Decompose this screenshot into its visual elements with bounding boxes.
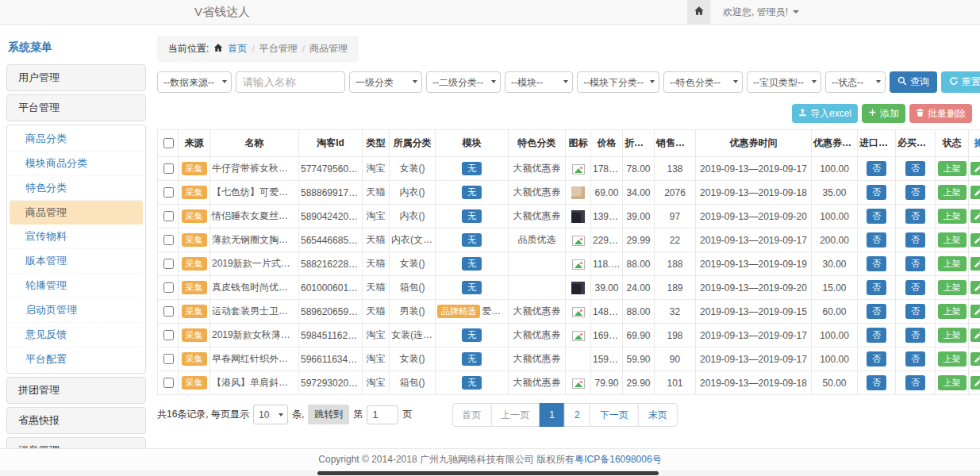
row-checkbox[interactable]: [163, 354, 174, 364]
page-button[interactable]: 下一页: [590, 403, 639, 427]
row-actions: [969, 347, 980, 371]
broken-image-icon: [572, 331, 585, 341]
pagination-bar: 共16条记录, 每页显示 10 条, 跳转到 第 页 首页上一页12下一页末页: [157, 403, 972, 428]
filter-select[interactable]: --宝贝类型--: [747, 71, 821, 93]
page-button[interactable]: 末页: [638, 403, 678, 427]
page-button[interactable]: 2: [564, 403, 590, 427]
edit-button[interactable]: [970, 328, 980, 342]
row-checkbox[interactable]: [163, 282, 174, 293]
filter-select[interactable]: --二级分类--: [426, 71, 501, 93]
filter-select[interactable]: --数据来源--: [157, 71, 232, 93]
must-buy-button[interactable]: 否: [905, 375, 925, 390]
sidebar-sublink[interactable]: 模块商品分类: [10, 152, 143, 176]
import-optional-button[interactable]: 否: [867, 209, 886, 224]
sidebar-sublink[interactable]: 商品分类: [10, 127, 143, 152]
sidebar-sublink[interactable]: 轮播管理: [10, 274, 143, 298]
batch-delete-button[interactable]: 批量删除: [909, 104, 972, 123]
must-buy-button[interactable]: 否: [905, 185, 925, 200]
row-checkbox[interactable]: [163, 306, 174, 317]
add-button[interactable]: 添加: [862, 104, 905, 123]
import-optional-button[interactable]: 否: [867, 280, 886, 295]
sidebar-panel[interactable]: 平台管理: [6, 94, 146, 121]
import-optional-button[interactable]: 否: [867, 232, 886, 248]
must-buy-button[interactable]: 否: [905, 209, 925, 224]
import-excel-button[interactable]: 导入excel: [792, 104, 858, 123]
must-buy-button[interactable]: 否: [905, 351, 925, 367]
row-checkbox[interactable]: [163, 378, 174, 388]
edit-button[interactable]: [970, 257, 980, 271]
import-optional-button[interactable]: 否: [867, 304, 886, 319]
page-button[interactable]: 1: [539, 403, 565, 427]
must-buy-button[interactable]: 否: [905, 280, 925, 295]
row-checkbox[interactable]: [163, 259, 174, 269]
sidebar-sublink[interactable]: 商品管理: [10, 201, 143, 225]
status-button[interactable]: 上架: [938, 375, 967, 390]
select-all-checkbox[interactable]: [163, 138, 174, 148]
row-checkbox[interactable]: [163, 187, 174, 198]
status-button[interactable]: 上架: [938, 328, 967, 343]
edit-button[interactable]: [970, 305, 980, 318]
must-buy-button[interactable]: 否: [905, 304, 925, 319]
must-buy-button[interactable]: 否: [905, 256, 925, 271]
must-buy-button[interactable]: 否: [905, 161, 925, 176]
edit-button[interactable]: [970, 352, 980, 366]
row-checkbox[interactable]: [163, 163, 174, 174]
sidebar-sublink[interactable]: 意见反馈: [10, 323, 143, 347]
status-button[interactable]: 上架: [938, 280, 967, 295]
horizontal-scrollbar-thumb[interactable]: [317, 471, 659, 475]
sidebar-panel[interactable]: 拼团管理: [6, 377, 146, 404]
row-checkbox[interactable]: [163, 235, 174, 245]
status-button[interactable]: 上架: [938, 304, 967, 319]
must-buy-button[interactable]: 否: [905, 328, 925, 343]
page-button[interactable]: 上一页: [490, 403, 540, 427]
edit-button[interactable]: [970, 162, 980, 175]
edit-button[interactable]: [970, 209, 980, 223]
user-menu[interactable]: 欢迎您, 管理员!: [723, 0, 799, 24]
filter-select[interactable]: --特色分类--: [663, 71, 743, 93]
reset-button[interactable]: 重置: [941, 71, 980, 93]
sidebar-sublink[interactable]: 特色分类: [10, 176, 143, 201]
import-optional-button[interactable]: 否: [867, 375, 886, 390]
row-checkbox[interactable]: [163, 330, 174, 340]
status-button[interactable]: 上架: [938, 256, 967, 271]
search-button[interactable]: 查询: [890, 71, 937, 93]
row-checkbox[interactable]: [163, 211, 174, 221]
page-number-input[interactable]: [367, 405, 398, 424]
filter-select[interactable]: --模块--: [505, 71, 573, 93]
price: 148.00: [591, 300, 623, 324]
edit-button[interactable]: [970, 233, 980, 247]
status-button[interactable]: 上架: [938, 161, 967, 176]
sidebar-sublink[interactable]: 宣传物料: [10, 225, 143, 249]
breadcrumb-home-link[interactable]: 首页: [228, 42, 247, 56]
home-button[interactable]: [687, 0, 710, 24]
import-optional-button[interactable]: 否: [867, 185, 886, 200]
must-buy-button[interactable]: 否: [905, 232, 925, 248]
icp-link[interactable]: 粤ICP备16098006号: [575, 453, 661, 466]
product-type: 天猫: [363, 252, 390, 276]
name-search-input[interactable]: [236, 71, 345, 93]
import-optional-button[interactable]: 否: [867, 161, 886, 176]
status-button[interactable]: 上架: [938, 351, 967, 367]
sidebar-sublink[interactable]: 启动页管理: [10, 298, 143, 323]
import-optional-button[interactable]: 否: [867, 328, 886, 343]
sidebar-panel[interactable]: 用户管理: [6, 64, 146, 91]
import-optional-button[interactable]: 否: [867, 351, 886, 367]
sidebar-sublink[interactable]: 平台配置: [10, 347, 143, 371]
import-optional-button[interactable]: 否: [867, 256, 886, 271]
sidebar-sublink[interactable]: 版本管理: [10, 249, 143, 274]
status-button[interactable]: 上架: [938, 209, 967, 224]
horizontal-scrollbar[interactable]: [0, 470, 980, 476]
per-page-select[interactable]: 10: [253, 405, 288, 424]
discount-price: 69.90: [623, 324, 655, 347]
edit-button[interactable]: [970, 376, 980, 390]
sidebar-panel[interactable]: 省惠快报: [6, 407, 146, 434]
filter-select[interactable]: 一级分类: [349, 71, 422, 93]
edit-button[interactable]: [970, 281, 980, 294]
status-button[interactable]: 上架: [938, 185, 967, 200]
filter-select[interactable]: --模块下分类--: [577, 71, 659, 93]
jump-button[interactable]: 跳转到: [308, 405, 349, 424]
filter-select[interactable]: --状态--: [825, 71, 886, 93]
edit-button[interactable]: [970, 186, 980, 199]
page-button[interactable]: 首页: [452, 403, 491, 427]
status-button[interactable]: 上架: [938, 232, 967, 248]
